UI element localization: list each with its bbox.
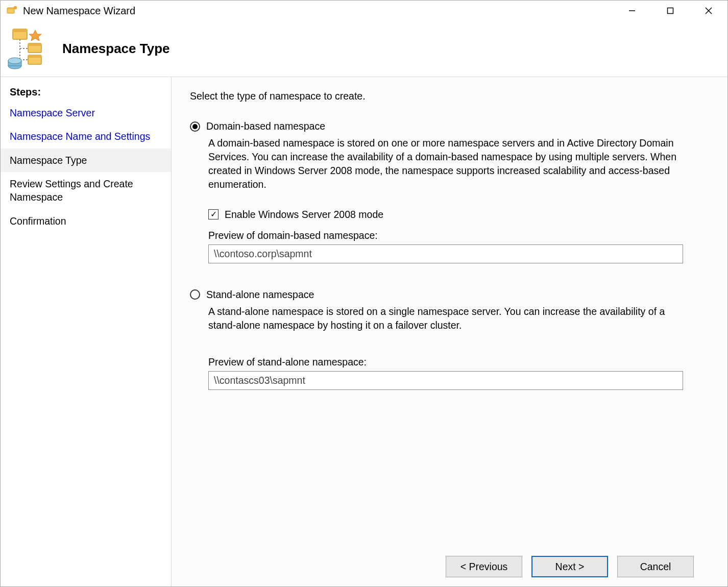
enable-2008-label: Enable Windows Server 2008 mode xyxy=(225,209,383,221)
standalone-preview-value: \\contascs03\sapmnt xyxy=(208,371,683,390)
checkbox-enable-2008-mode[interactable]: ✓ Enable Windows Server 2008 mode xyxy=(208,209,709,221)
standalone-preview-label: Preview of stand-alone namespace: xyxy=(208,356,709,368)
domain-preview-value: \\contoso.corp\sapmnt xyxy=(208,244,683,263)
radio-domain-based[interactable]: Domain-based namespace xyxy=(190,120,709,132)
svg-rect-15 xyxy=(28,55,41,58)
radio-icon-selected xyxy=(190,121,200,132)
content-pane: Select the type of namespace to create. … xyxy=(172,77,727,586)
namespace-tree-icon xyxy=(8,27,51,70)
svg-point-2 xyxy=(14,6,17,9)
minimize-button[interactable] xyxy=(613,1,651,21)
step-namespace-type[interactable]: Namespace Type xyxy=(1,149,171,172)
radio-icon-unselected xyxy=(190,289,200,300)
window-title: New Namespace Wizard xyxy=(23,5,613,17)
domain-description: A domain-based namespace is stored on on… xyxy=(208,136,693,191)
standalone-description: A stand-alone namespace is stored on a s… xyxy=(208,305,693,332)
maximize-button[interactable] xyxy=(651,1,689,21)
next-button[interactable]: Next > xyxy=(531,556,608,577)
instruction-text: Select the type of namespace to create. xyxy=(190,90,709,102)
steps-sidebar: Steps: Namespace Server Namespace Name a… xyxy=(1,77,172,586)
close-button[interactable] xyxy=(689,1,727,21)
svg-rect-1 xyxy=(7,8,14,9)
wizard-body: Steps: Namespace Server Namespace Name a… xyxy=(1,77,727,586)
steps-heading: Steps: xyxy=(1,83,171,101)
option-domain-based: Domain-based namespace A domain-based na… xyxy=(190,120,709,263)
svg-point-18 xyxy=(8,58,21,64)
radio-domain-label: Domain-based namespace xyxy=(206,120,325,132)
previous-button[interactable]: < Previous xyxy=(446,556,522,577)
wizard-header: Namespace Type xyxy=(1,21,727,77)
cancel-button[interactable]: Cancel xyxy=(617,556,694,577)
option-standalone: Stand-alone namespace A stand-alone name… xyxy=(190,289,709,390)
step-confirmation: Confirmation xyxy=(1,209,171,233)
page-title: Namespace Type xyxy=(62,41,170,57)
svg-rect-12 xyxy=(28,43,41,46)
radio-standalone-label: Stand-alone namespace xyxy=(206,289,314,301)
svg-rect-4 xyxy=(667,8,673,14)
radio-standalone[interactable]: Stand-alone namespace xyxy=(190,289,709,301)
wizard-footer: < Previous Next > Cancel xyxy=(190,547,709,586)
check-icon: ✓ xyxy=(208,209,219,219)
svg-rect-8 xyxy=(13,29,27,32)
step-review-create: Review Settings and Create Namespace xyxy=(1,172,171,209)
titlebar: New Namespace Wizard xyxy=(1,1,727,21)
wizard-icon xyxy=(7,5,18,16)
domain-preview-label: Preview of domain-based namespace: xyxy=(208,230,709,241)
wizard-window: New Namespace Wizard xyxy=(0,0,728,587)
step-namespace-server[interactable]: Namespace Server xyxy=(1,101,171,125)
window-controls xyxy=(613,1,727,21)
step-namespace-name-settings[interactable]: Namespace Name and Settings xyxy=(1,125,171,148)
